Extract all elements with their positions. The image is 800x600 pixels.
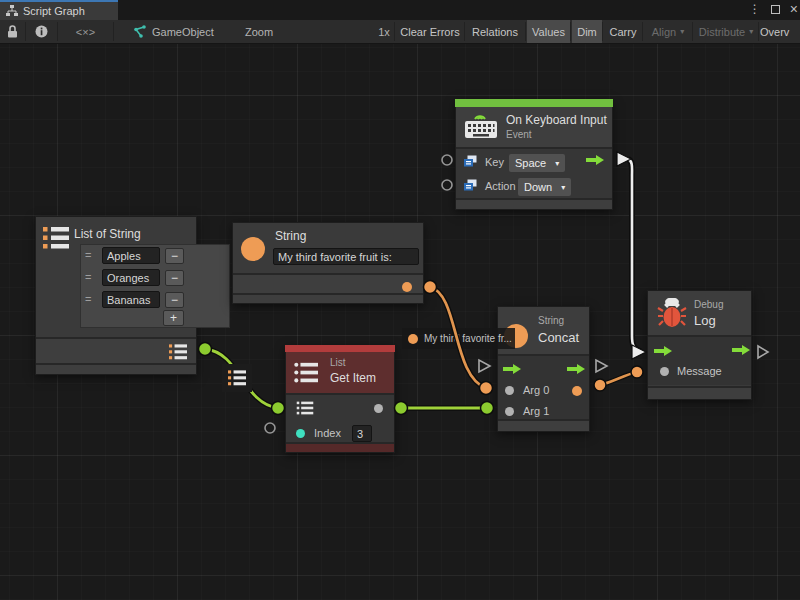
message-label: Message	[677, 365, 722, 377]
action-port-label: Action	[485, 180, 516, 192]
string-type-icon	[408, 334, 418, 344]
add-item-button[interactable]: +	[163, 310, 184, 326]
gameobject-icon	[128, 20, 150, 43]
remove-item-button[interactable]: −	[165, 292, 184, 308]
chevron-down-icon: ▾	[680, 27, 684, 36]
item-output-port[interactable]	[374, 404, 383, 413]
list-input-port[interactable]	[296, 401, 314, 415]
index-value-field[interactable]	[352, 425, 372, 442]
message-input-port[interactable]	[660, 367, 669, 376]
flow-output-port[interactable]	[732, 344, 751, 356]
unity-script-graph-window: Script Graph ⋮ × <×>	[0, 0, 800, 600]
flow-input-port[interactable]	[503, 363, 522, 375]
relations-button[interactable]: Relations	[466, 20, 524, 43]
list-icon	[228, 369, 246, 387]
action-value: Down	[524, 181, 552, 193]
overview-button[interactable]: Overv	[760, 20, 800, 43]
list-icon	[43, 225, 69, 251]
node-footer	[36, 363, 196, 374]
chevron-down-icon: ▾	[555, 159, 559, 168]
string-output-port[interactable]	[402, 282, 412, 292]
node-title: Get Item	[330, 371, 376, 385]
clear-errors-button[interactable]: Clear Errors	[396, 20, 464, 43]
key-type-icon	[464, 155, 477, 167]
menu-icon[interactable]: ⋮	[749, 0, 761, 18]
node-on-keyboard-input[interactable]: On Keyboard Input Event Key Space ▾ A	[455, 99, 613, 210]
key-value-dropdown[interactable]: Space ▾	[509, 154, 565, 172]
values-toggle[interactable]: Values	[527, 20, 570, 43]
wire-value-preview: My third favorite fr...	[402, 328, 515, 349]
arg1-label: Arg 1	[523, 405, 549, 417]
list-item-field[interactable]	[102, 247, 160, 264]
node-subtitle: Event	[506, 129, 532, 140]
node-title: Log	[694, 313, 716, 328]
wire-value-text: My third favorite fr...	[424, 333, 512, 344]
graph-hierarchy-icon	[6, 5, 18, 17]
window-controls: ⋮ ×	[749, 0, 798, 18]
lock-button[interactable]	[0, 20, 25, 43]
align-dropdown[interactable]: Align ▾	[644, 20, 692, 43]
key-port-label: Key	[485, 156, 504, 168]
flow-output-port[interactable]	[567, 363, 586, 375]
node-category: List	[330, 357, 346, 368]
distribute-label: Distribute	[699, 26, 745, 38]
maximize-icon[interactable]	[771, 5, 780, 14]
key-type-icon	[464, 179, 477, 191]
close-icon[interactable]: ×	[790, 0, 798, 18]
remove-item-button[interactable]: −	[165, 248, 184, 264]
list-item-field[interactable]	[102, 291, 160, 308]
error-accent-bar	[285, 345, 395, 352]
arg0-input-port[interactable]	[505, 386, 514, 395]
event-node-accent-bar	[455, 99, 613, 107]
result-output-port[interactable]	[572, 386, 582, 396]
zoom-label: Zoom	[243, 20, 275, 43]
node-string-literal[interactable]: String	[232, 222, 424, 304]
remove-item-button[interactable]: −	[165, 270, 184, 286]
node-footer	[648, 386, 751, 399]
dim-toggle[interactable]: Dim	[572, 20, 602, 43]
list-item-field[interactable]	[102, 269, 160, 286]
node-list-of-string[interactable]: List of String = − = − = − +	[35, 216, 197, 375]
flow-output-port[interactable]	[586, 154, 605, 166]
chevron-down-icon: ▾	[561, 183, 565, 192]
list-output-port[interactable]	[168, 343, 188, 361]
distribute-dropdown[interactable]: Distribute ▾	[694, 20, 758, 43]
arg0-label: Arg 0	[523, 384, 549, 396]
node-category: String	[538, 315, 564, 326]
chevron-down-icon: ▾	[749, 27, 753, 36]
wire-list-value-preview	[222, 364, 252, 392]
drag-handle-icon[interactable]: =	[85, 271, 91, 283]
tab-script-graph[interactable]: Script Graph	[0, 0, 118, 20]
carry-toggle[interactable]: Carry	[604, 20, 642, 43]
info-icon	[35, 25, 48, 38]
node-title: Concat	[538, 330, 579, 345]
node-footer	[498, 419, 589, 431]
node-footer	[233, 293, 423, 303]
tab-title: Script Graph	[23, 5, 85, 17]
graph-toolbar: <×> GameObject Zoom 1x Clear Errors Rela…	[0, 20, 800, 44]
string-type-icon	[241, 237, 265, 261]
node-footer	[456, 198, 612, 209]
node-concat[interactable]: String Concat Arg 0 Arg 1	[497, 306, 590, 432]
tab-bar: Script Graph ⋮ ×	[0, 0, 800, 20]
flow-input-port[interactable]	[654, 345, 673, 357]
info-button[interactable]	[26, 20, 56, 43]
node-title: List of String	[74, 227, 141, 241]
arg1-input-port[interactable]	[505, 407, 514, 416]
list-editor: = − = − = − +	[80, 244, 230, 328]
index-input-port[interactable]	[296, 429, 305, 438]
action-value-dropdown[interactable]: Down ▾	[518, 178, 571, 196]
drag-handle-icon[interactable]: =	[85, 249, 91, 261]
node-debug-log[interactable]: Debug Log Message	[647, 290, 752, 400]
node-footer	[286, 442, 394, 452]
code-preview-toggle[interactable]: <×>	[58, 20, 113, 43]
node-title: String	[275, 229, 306, 243]
node-get-item[interactable]: List Get Item Index	[285, 345, 395, 453]
node-category: Debug	[694, 299, 723, 310]
string-value-field[interactable]	[273, 248, 419, 265]
index-port-label: Index	[314, 427, 341, 439]
lock-icon	[7, 25, 18, 38]
gameobject-label[interactable]: GameObject	[152, 20, 214, 43]
drag-handle-icon[interactable]: =	[85, 293, 91, 305]
keyboard-icon	[464, 111, 498, 139]
